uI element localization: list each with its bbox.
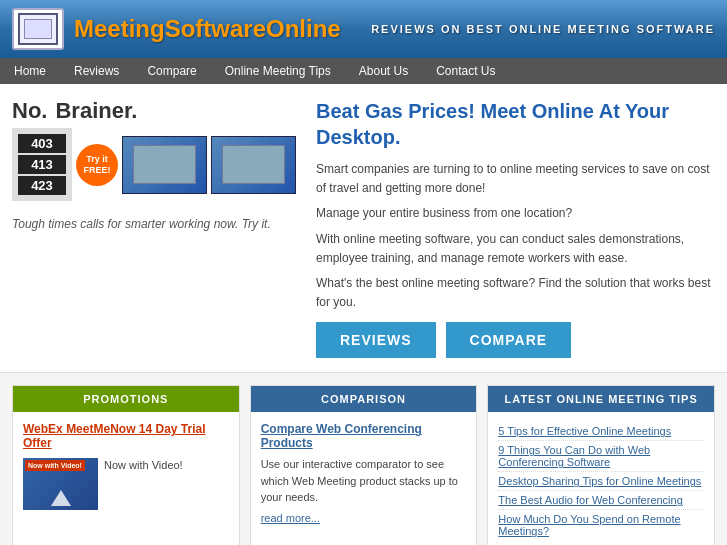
promo-column: PROMOTIONS WebEx MeetMeNow 14 Day Trial … bbox=[12, 385, 240, 545]
tip-item-3[interactable]: Desktop Sharing Tips for Online Meetings bbox=[498, 472, 704, 491]
gas-price-2: 413 bbox=[18, 155, 66, 174]
hero-left: No. Brainer. 403 413 423 Try it FREE! bbox=[12, 98, 302, 358]
tips-list: 5 Tips for Effective Online Meetings 9 T… bbox=[498, 422, 704, 540]
hero-para3: With online meeting software, you can co… bbox=[316, 230, 715, 268]
comparison-title[interactable]: Compare Web Conferencing Products bbox=[261, 422, 467, 450]
hero-section: No. Brainer. 403 413 423 Try it FREE! bbox=[0, 84, 727, 373]
gas-price-3: 423 bbox=[18, 176, 66, 195]
hero-title: Beat Gas Prices! Meet Online At Your Des… bbox=[316, 98, 715, 150]
hero-images: 403 413 423 Try it FREE! bbox=[12, 128, 296, 201]
comparison-read-more[interactable]: read more... bbox=[261, 512, 467, 524]
promo-desc: Now with Video! bbox=[104, 458, 183, 473]
tip-item-5[interactable]: How Much Do You Spend on Remote Meetings… bbox=[498, 510, 704, 540]
nav-compare[interactable]: Compare bbox=[133, 58, 210, 84]
compare-button[interactable]: COMPARE bbox=[446, 322, 572, 358]
hero-brainer: Brainer. bbox=[55, 98, 137, 124]
promo-header: PROMOTIONS bbox=[13, 386, 239, 412]
tip-item-4[interactable]: The Best Audio for Web Conferencing bbox=[498, 491, 704, 510]
hero-no: No. bbox=[12, 98, 47, 124]
video-badge: Now with Video! bbox=[25, 460, 85, 471]
tips-body: 5 Tips for Effective Online Meetings 9 T… bbox=[488, 412, 714, 545]
nav-about[interactable]: About Us bbox=[345, 58, 422, 84]
comparison-desc: Use our interactive comparator to see wh… bbox=[261, 456, 467, 506]
promo-body: WebEx MeetMeNow 14 Day Trial Offer Now w… bbox=[13, 412, 239, 520]
main-nav: Home Reviews Compare Online Meeting Tips… bbox=[0, 58, 727, 84]
gas-prices-box: 403 413 423 bbox=[12, 128, 72, 201]
promo-thumbnail: Now with Video! bbox=[23, 458, 98, 510]
hero-body: Smart companies are turning to to online… bbox=[316, 160, 715, 312]
nav-home[interactable]: Home bbox=[0, 58, 60, 84]
site-header: MeetingSoftwareOnline REVIEWS ON BEST ON… bbox=[0, 0, 727, 58]
logo-text: MeetingSoftwareOnline bbox=[74, 15, 341, 43]
comparison-body: Compare Web Conferencing Products Use ou… bbox=[251, 412, 477, 534]
nav-contact[interactable]: Contact Us bbox=[422, 58, 509, 84]
promo-title[interactable]: WebEx MeetMeNow 14 Day Trial Offer bbox=[23, 422, 229, 450]
nav-reviews[interactable]: Reviews bbox=[60, 58, 133, 84]
comparison-column: COMPARISON Compare Web Conferencing Prod… bbox=[250, 385, 478, 545]
logo-icon bbox=[12, 8, 64, 50]
hero-right: Beat Gas Prices! Meet Online At Your Des… bbox=[316, 98, 715, 358]
hero-para1: Smart companies are turning to to online… bbox=[316, 160, 715, 198]
hero-buttons: REVIEWS COMPARE bbox=[316, 322, 715, 358]
tagline: REVIEWS ON BEST ONLINE MEETING SOFTWARE bbox=[371, 23, 715, 35]
tips-column: LATEST ONLINE MEETING TIPS 5 Tips for Ef… bbox=[487, 385, 715, 545]
logo-icon-graphic bbox=[18, 13, 58, 45]
hero-para4: What's the best online meeting software?… bbox=[316, 274, 715, 312]
hero-caption: Tough times calls for smarter working no… bbox=[12, 217, 302, 231]
hero-para2: Manage your entire business from one loc… bbox=[316, 204, 715, 223]
promo-image-area: Now with Video! Now with Video! bbox=[23, 458, 229, 510]
gas-price-1: 403 bbox=[18, 134, 66, 153]
hero-headline: No. Brainer. 403 413 423 Try it FREE! bbox=[12, 98, 302, 209]
logo-area: MeetingSoftwareOnline bbox=[12, 8, 341, 50]
meeting-screenshot-2 bbox=[211, 136, 296, 194]
nav-tips[interactable]: Online Meeting Tips bbox=[211, 58, 345, 84]
three-columns: PROMOTIONS WebEx MeetMeNow 14 Day Trial … bbox=[0, 373, 727, 545]
reviews-button[interactable]: REVIEWS bbox=[316, 322, 436, 358]
tip-item-2[interactable]: 9 Things You Can Do with Web Conferencin… bbox=[498, 441, 704, 472]
tips-header: LATEST ONLINE MEETING TIPS bbox=[488, 386, 714, 412]
main-content: No. Brainer. 403 413 423 Try it FREE! bbox=[0, 84, 727, 545]
try-free-badge[interactable]: Try it FREE! bbox=[76, 144, 118, 186]
tip-item-1[interactable]: 5 Tips for Effective Online Meetings bbox=[498, 422, 704, 441]
comparison-header: COMPARISON bbox=[251, 386, 477, 412]
meeting-screenshot-1 bbox=[122, 136, 207, 194]
